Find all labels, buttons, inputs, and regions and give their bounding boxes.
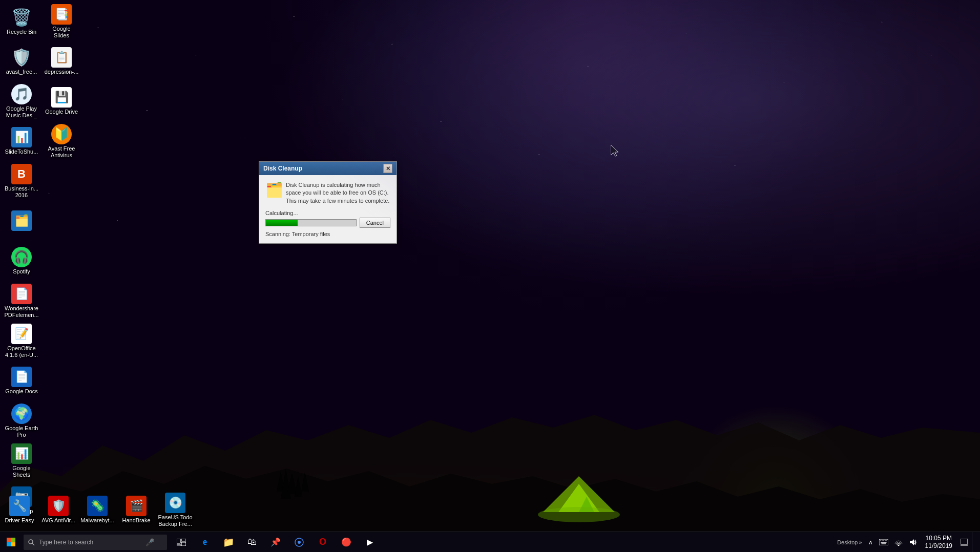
desktop-icon-slideshow[interactable]: 📊 SlideToShu... bbox=[2, 122, 41, 161]
clock-time: 10:05 PM bbox=[926, 535, 952, 542]
dialog-header: 🗂️ Disk Cleanup is calculating how much … bbox=[265, 181, 390, 205]
desktop-icon-avg[interactable]: 🛡️ AVG AntiVir... bbox=[39, 491, 78, 529]
edge-button[interactable]: e bbox=[194, 532, 216, 553]
google-drive-label: Google Drive bbox=[45, 109, 78, 115]
svg-rect-5 bbox=[7, 542, 11, 546]
desktop-icon-business[interactable]: B Business-in... 2016 bbox=[2, 162, 41, 201]
opera-button[interactable]: O bbox=[311, 532, 334, 553]
dialog-titlebar: Disk Cleanup ✕ bbox=[259, 162, 397, 175]
search-input[interactable] bbox=[39, 539, 141, 546]
svg-point-14 bbox=[298, 541, 301, 544]
taskbar-app1-icon: 📌 bbox=[270, 537, 281, 547]
opera-icon: O bbox=[319, 537, 326, 547]
google-earth-pro-icon: 🌍 bbox=[11, 404, 32, 424]
clock-date: 11/9/2019 bbox=[925, 542, 952, 549]
recycle-bin-icon: 🗑️ bbox=[11, 7, 32, 28]
dialog-cancel-button[interactable]: Cancel bbox=[360, 218, 390, 228]
dialog-scanning-label: Scanning: bbox=[265, 231, 290, 237]
desktop-icon-google-docs[interactable]: 📄 Google Docs bbox=[2, 362, 41, 400]
driver-easy-label: Driver Easy bbox=[5, 517, 34, 524]
slideshow-icon: 📊 bbox=[11, 127, 32, 147]
start-button[interactable] bbox=[0, 532, 23, 553]
svg-rect-11 bbox=[181, 542, 186, 546]
desktop-icon-google-drive[interactable]: 💾 Google Drive bbox=[42, 82, 81, 121]
file-explorer-button[interactable]: 📁 bbox=[217, 532, 240, 553]
desktop-icon-google-earth-pro[interactable]: 🌍 Google Earth Pro bbox=[2, 401, 41, 440]
dialog-progress-container: Cancel bbox=[265, 218, 390, 228]
svg-point-2 bbox=[538, 507, 620, 522]
desktop-icon-easeus[interactable]: 💿 EaseUS Todo Backup Fre... bbox=[156, 491, 195, 529]
driver-easy-icon: 🔧 bbox=[9, 496, 30, 516]
dialog-scanning-text: Scanning: Temporary files bbox=[265, 231, 390, 237]
desktop-icon-handbrake[interactable]: 🎬 HandBrake bbox=[117, 491, 156, 529]
task-view-icon bbox=[177, 539, 186, 546]
chevron-up-icon: ∧ bbox=[868, 539, 873, 546]
desktop-tray-label[interactable]: Desktop » bbox=[835, 532, 864, 552]
svg-point-7 bbox=[29, 540, 33, 544]
desktop-icon-google-slides[interactable]: 📑 Google Slides bbox=[42, 2, 81, 41]
desktop-icon-openoffice[interactable]: 📝 OpenOffice 4.1.6 (en-U... bbox=[2, 322, 41, 360]
search-icon bbox=[28, 539, 35, 546]
desktop-icon-google-sheets[interactable]: 📊 Google Sheets bbox=[2, 441, 41, 480]
dialog-close-button[interactable]: ✕ bbox=[383, 164, 392, 173]
notification-center-button[interactable] bbox=[958, 532, 970, 552]
svg-rect-4 bbox=[11, 538, 15, 542]
handbrake-icon: 🎬 bbox=[126, 496, 147, 516]
task-view-button[interactable] bbox=[170, 532, 193, 553]
avast-free-icon: 🛡️ bbox=[11, 47, 32, 68]
system-clock[interactable]: 10:05 PM 11/9/2019 bbox=[921, 532, 956, 552]
dialog-content: 🗂️ Disk Cleanup is calculating how much … bbox=[259, 175, 397, 243]
desktop-icons-container: 🗑️ Recycle Bin 🛡️ avast_free... 🎵 Google… bbox=[0, 0, 82, 527]
desktop-icon-wondershare[interactable]: 📄 Wondershare PDFelemen... bbox=[2, 282, 41, 321]
malwarebytes-label: Malwarebyt... bbox=[80, 517, 114, 524]
handbrake-label: HandBrake bbox=[122, 517, 150, 524]
avg-icon: 🛡️ bbox=[48, 496, 69, 516]
dialog-scanning-item: Temporary files bbox=[292, 231, 330, 237]
disk-cleanup-icon: 🗂️ bbox=[265, 181, 282, 198]
windows-logo-icon bbox=[7, 538, 16, 547]
dialog-progress-section: Calculating... Cancel Scanning: Temporar… bbox=[265, 210, 390, 237]
depression-icon: 📋 bbox=[51, 47, 72, 68]
desktop-icon-avast-antivirus[interactable]: 🔰 Avast Free Antivirus bbox=[42, 122, 81, 161]
depression-label: depression-... bbox=[45, 69, 79, 75]
business-icon: B bbox=[11, 164, 32, 184]
svg-rect-25 bbox=[961, 539, 968, 544]
show-desktop-button[interactable] bbox=[972, 532, 976, 553]
desktop-icon-malwarebytes[interactable]: 🦠 Malwarebyt... bbox=[78, 491, 117, 529]
terminal-button[interactable]: ▶ bbox=[359, 532, 381, 553]
taskbar-search-box[interactable]: 🎤 bbox=[24, 535, 167, 550]
desktop-icon-spotify[interactable]: 🎧 Spotify bbox=[2, 242, 41, 281]
network-tray-button[interactable] bbox=[892, 532, 905, 552]
spotify-label: Spotify bbox=[13, 268, 30, 275]
volume-tray-button[interactable] bbox=[907, 532, 919, 552]
keyboard-tray-button[interactable] bbox=[877, 532, 890, 552]
bottom-icons-row: 🔧 Driver Easy 🛡️ AVG AntiVir... 🦠 Malwar… bbox=[0, 491, 195, 529]
taskbar-app1-button[interactable]: 📌 bbox=[264, 532, 287, 553]
openoffice-label: OpenOffice 4.1.6 (en-U... bbox=[4, 345, 39, 358]
chrome-button[interactable] bbox=[288, 532, 310, 553]
chevron-right-icon: » bbox=[859, 539, 862, 545]
taskbar-app2-button[interactable]: 🔴 bbox=[335, 532, 358, 553]
avast-antivirus-icon: 🔰 bbox=[51, 124, 72, 144]
blue-square-icon: 🗂️ bbox=[11, 210, 32, 231]
dialog-message: Disk Cleanup is calculating how much spa… bbox=[286, 181, 390, 205]
desktop-icon-driver-easy[interactable]: 🔧 Driver Easy bbox=[0, 491, 39, 529]
desktop-icon-depression[interactable]: 📋 depression-... bbox=[42, 42, 81, 81]
desktop-icon-avast-free[interactable]: 🛡️ avast_free... bbox=[2, 42, 41, 81]
svg-marker-24 bbox=[910, 539, 914, 545]
desktop-icon-recycle-bin[interactable]: 🗑️ Recycle Bin bbox=[2, 2, 41, 41]
google-play-music-label: Google Play Music Des _ bbox=[4, 105, 39, 119]
desktop-icon-google-play-music[interactable]: 🎵 Google Play Music Des _ bbox=[2, 82, 41, 121]
wondershare-label: Wondershare PDFelemen... bbox=[4, 305, 39, 319]
network-icon bbox=[894, 539, 903, 546]
show-hidden-tray-button[interactable]: ∧ bbox=[866, 532, 875, 552]
google-sheets-icon: 📊 bbox=[11, 443, 32, 464]
dialog-title: Disk Cleanup bbox=[263, 165, 302, 172]
store-button[interactable]: 🛍 bbox=[241, 532, 263, 553]
desktop-icon-blue-square[interactable]: 🗂️ bbox=[2, 202, 41, 241]
chrome-icon bbox=[295, 538, 304, 547]
svg-rect-12 bbox=[177, 544, 180, 546]
svg-rect-9 bbox=[177, 539, 180, 543]
google-play-music-icon: 🎵 bbox=[11, 84, 32, 104]
recycle-bin-label: Recycle Bin bbox=[7, 29, 36, 35]
